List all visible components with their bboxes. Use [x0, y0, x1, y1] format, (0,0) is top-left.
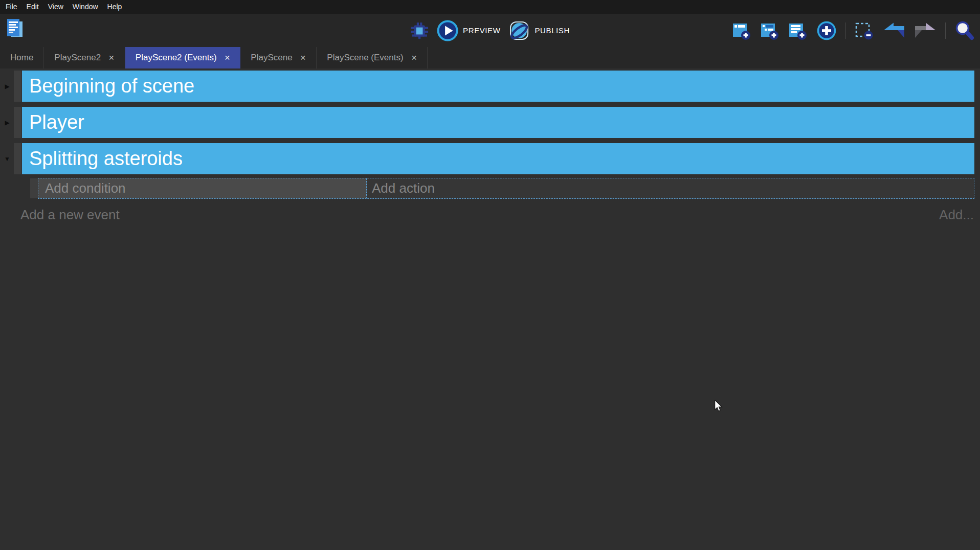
preview-button[interactable]: PREVIEW: [437, 20, 500, 41]
event-gutter: [30, 178, 38, 198]
close-icon[interactable]: ✕: [225, 54, 231, 61]
event-group-splitting-asteroids[interactable]: Splitting asteroids: [22, 143, 974, 174]
tab-home[interactable]: Home: [0, 47, 44, 68]
menu-bar: File Edit View Window Help: [0, 0, 980, 14]
cursor-arrow-icon: [714, 400, 723, 413]
event-group-title: Beginning of scene: [29, 75, 194, 97]
tab-label: PlayScene (Events): [327, 53, 403, 63]
selected-empty-event[interactable]: Add condition Add action: [38, 178, 974, 199]
expand-arrow-icon[interactable]: ▼: [2, 143, 13, 174]
tab-playscene2[interactable]: PlayScene2 ✕: [44, 47, 125, 68]
close-icon[interactable]: ✕: [108, 54, 115, 61]
publish-button[interactable]: PUBLISH: [509, 20, 570, 41]
event-group-title: Splitting asteroids: [29, 148, 183, 170]
event-group-row: ▶ Player: [0, 107, 980, 138]
add-new-event-button[interactable]: Add a new event: [20, 207, 120, 223]
search-icon: [954, 20, 975, 41]
publish-globe-icon: [509, 20, 530, 41]
tab-bar: Home PlayScene2 ✕ PlayScene2 (Events) ✕ …: [0, 47, 980, 68]
project-manager-icon: [5, 17, 25, 39]
events-footer: Add a new event Add...: [20, 203, 974, 226]
undo-icon: [883, 22, 905, 39]
event-gutter: [14, 71, 21, 102]
empty-event-row: Add condition Add action: [0, 178, 980, 199]
toolbar-separator: [945, 22, 946, 39]
debug-button[interactable]: [410, 21, 429, 40]
collapse-arrow-icon[interactable]: ▶: [2, 107, 13, 138]
add-event-button[interactable]: [732, 21, 751, 40]
event-group-title: Player: [29, 111, 84, 133]
tab-playscene2-events[interactable]: PlayScene2 (Events) ✕: [125, 47, 240, 68]
event-group-row: ▼ Splitting asteroids: [0, 143, 980, 174]
preview-label: PREVIEW: [463, 26, 500, 35]
add-comment-button[interactable]: [788, 21, 808, 40]
tab-label: PlayScene2 (Events): [136, 53, 217, 63]
add-comment-icon: [788, 21, 808, 40]
menu-edit[interactable]: Edit: [22, 0, 43, 14]
choose-add-event-icon: [816, 20, 837, 41]
main-toolbar: PREVIEW PUBLISH: [0, 14, 980, 47]
play-icon: [437, 20, 458, 41]
project-manager-button[interactable]: [5, 17, 25, 39]
menu-window[interactable]: Window: [68, 0, 103, 14]
collapse-arrow-icon[interactable]: ▶: [2, 71, 13, 102]
tab-label: PlayScene: [251, 53, 292, 63]
toolbar-center-group: PREVIEW PUBLISH: [410, 14, 570, 47]
tab-label: PlayScene2: [54, 53, 101, 63]
choose-add-event-button[interactable]: [816, 20, 837, 41]
tab-playscene[interactable]: PlayScene ✕: [240, 47, 317, 68]
event-gutter: [14, 143, 21, 174]
add-action-placeholder: Add action: [372, 180, 435, 196]
toolbar-separator: [845, 22, 846, 39]
add-condition-placeholder: Add condition: [45, 180, 126, 196]
debug-bug-icon: [410, 21, 429, 40]
add-subevent-button[interactable]: [760, 21, 779, 40]
event-group-beginning-of-scene[interactable]: Beginning of scene: [22, 71, 974, 102]
redo-icon: [914, 22, 937, 39]
event-group-player[interactable]: Player: [22, 107, 974, 138]
add-event-icon: [732, 21, 751, 40]
undo-button[interactable]: [883, 22, 905, 39]
tab-label: Home: [10, 53, 33, 63]
publish-label: PUBLISH: [535, 26, 570, 35]
add-more-button[interactable]: Add...: [939, 207, 974, 223]
add-subevent-icon: [760, 21, 779, 40]
add-action-area[interactable]: Add action: [367, 178, 974, 198]
menu-file[interactable]: File: [1, 0, 22, 14]
event-group-row: ▶ Beginning of scene: [0, 71, 980, 102]
gdevelop-app-window: File Edit View Window Help: [0, 0, 980, 550]
search-button[interactable]: [954, 20, 975, 41]
close-icon[interactable]: ✕: [411, 54, 417, 61]
close-icon[interactable]: ✕: [300, 54, 306, 61]
menu-help[interactable]: Help: [103, 0, 127, 14]
mouse-cursor: [714, 400, 723, 415]
remove-selection-button[interactable]: [855, 21, 874, 40]
event-gutter: [14, 107, 21, 138]
remove-selection-icon: [855, 21, 874, 40]
toolbar-right-group: [732, 14, 975, 47]
events-sheet: ▶ Beginning of scene ▶ Player ▼ Splittin…: [0, 68, 980, 550]
tab-playscene-events[interactable]: PlayScene (Events) ✕: [317, 47, 428, 68]
redo-button[interactable]: [914, 22, 937, 39]
menu-view[interactable]: View: [43, 0, 68, 14]
add-condition-area[interactable]: Add condition: [38, 178, 367, 198]
